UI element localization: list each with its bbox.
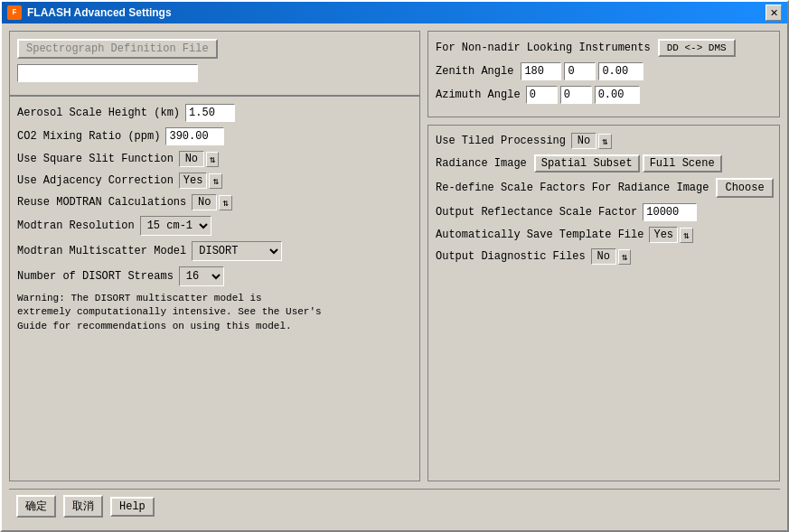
reuse-toggle[interactable]: No bbox=[192, 194, 217, 210]
auto-save-label: Automatically Save Template File bbox=[436, 229, 643, 241]
reuse-label: Reuse MODTRAN Calculations bbox=[17, 196, 186, 209]
zenith-m-input[interactable] bbox=[564, 62, 596, 80]
tiled-toggle[interactable]: No bbox=[571, 133, 596, 149]
multiscatter-select[interactable]: DISORT Scaled DISORT ISAACS 2-stream Ani… bbox=[192, 241, 282, 261]
settings-section: Aerosol Scale Height (km) CO2 Mixing Rat… bbox=[9, 96, 420, 481]
disort-label: Number of DISORT Streams bbox=[17, 270, 174, 283]
azimuth-d-input[interactable] bbox=[526, 86, 558, 104]
azimuth-s-input[interactable] bbox=[595, 86, 640, 104]
ok-button[interactable]: 确定 bbox=[16, 495, 56, 518]
output-scale-input[interactable] bbox=[643, 203, 697, 221]
output-diag-toggle[interactable]: No bbox=[591, 248, 616, 265]
non-nadir-label: For Non-nadir Looking Instruments bbox=[436, 42, 651, 54]
modtran-res-select[interactable]: 15 cm-1 5 cm-1 1 cm-1 bbox=[140, 216, 211, 236]
spectrograph-input[interactable] bbox=[17, 64, 198, 82]
main-window: F FLAASH Advanced Settings ✕ Spectrograp… bbox=[0, 0, 789, 532]
cancel-button[interactable]: 取消 bbox=[63, 495, 103, 518]
tiled-arrows[interactable]: ⇅ bbox=[598, 134, 612, 149]
bottom-bar: 确定 取消 Help bbox=[9, 489, 780, 523]
aerosol-row: Aerosol Scale Height (km) bbox=[17, 104, 412, 122]
spectrograph-row: Spectrograph Definition File bbox=[17, 39, 412, 59]
output-scale-row: Output Reflectance Scale Factor bbox=[436, 203, 772, 221]
spectrograph-section: Spectrograph Definition File bbox=[9, 31, 420, 96]
disort-select[interactable]: 2 4 8 16 bbox=[179, 266, 224, 286]
square-slit-arrows[interactable]: ⇅ bbox=[206, 152, 220, 167]
app-icon: F bbox=[7, 5, 22, 20]
output-diag-arrows[interactable]: ⇅ bbox=[618, 249, 632, 265]
square-slit-toggle[interactable]: No bbox=[179, 151, 204, 167]
output-diag-row: Output Diagnostic Files No ⇅ bbox=[436, 248, 772, 265]
window-content: Spectrograph Definition File Aerosol Sca… bbox=[2, 23, 787, 530]
azimuth-row: Azimuth Angle bbox=[436, 86, 772, 104]
help-button[interactable]: Help bbox=[110, 497, 155, 517]
auto-save-toggle[interactable]: Yes bbox=[649, 227, 678, 243]
auto-save-arrows[interactable]: ⇅ bbox=[680, 228, 693, 243]
spectrograph-input-row bbox=[17, 64, 412, 82]
auto-save-row: Automatically Save Template File Yes ⇅ bbox=[436, 227, 772, 243]
adjacency-toggle[interactable]: Yes bbox=[179, 173, 208, 189]
zenith-s-input[interactable] bbox=[598, 62, 643, 80]
close-button[interactable]: ✕ bbox=[766, 5, 782, 21]
modtran-res-label: Modtran Resolution bbox=[17, 219, 135, 232]
square-slit-label: Use Square Slit Function bbox=[17, 153, 174, 165]
multiscatter-label: Modtran Multiscatter Model bbox=[17, 245, 186, 257]
aerosol-input[interactable] bbox=[185, 104, 235, 122]
adjacency-label: Use Adjacency Correction bbox=[17, 174, 174, 187]
main-panels: Spectrograph Definition File Aerosol Sca… bbox=[9, 31, 780, 481]
top-right-panel: For Non-nadir Looking Instruments DD <->… bbox=[427, 31, 780, 117]
co2-row: CO2 Mixing Ratio (ppm) bbox=[17, 127, 412, 145]
warning-text: Warning: The DISORT multiscatter model i… bbox=[17, 292, 412, 333]
radiance-row: Radiance Image Spatial Subset Full Scene bbox=[436, 154, 772, 173]
spatial-subset-button[interactable]: Spatial Subset bbox=[534, 154, 640, 173]
reuse-arrows[interactable]: ⇅ bbox=[219, 195, 232, 210]
tiled-row: Use Tiled Processing No ⇅ bbox=[436, 133, 772, 149]
left-panel: Spectrograph Definition File Aerosol Sca… bbox=[9, 31, 420, 481]
output-diag-label: Output Diagnostic Files bbox=[436, 250, 586, 263]
multiscatter-row: Modtran Multiscatter Model DISORT Scaled… bbox=[17, 241, 412, 261]
square-slit-row: Use Square Slit Function No ⇅ bbox=[17, 151, 412, 167]
output-scale-label: Output Reflectance Scale Factor bbox=[436, 206, 637, 219]
reuse-row: Reuse MODTRAN Calculations No ⇅ bbox=[17, 194, 412, 210]
title-bar: F FLAASH Advanced Settings ✕ bbox=[2, 2, 787, 23]
zenith-label: Zenith Angle bbox=[436, 65, 513, 78]
modtran-res-row: Modtran Resolution 15 cm-1 5 cm-1 1 cm-1 bbox=[17, 216, 412, 236]
redefine-label: Re-define Scale Factors For Radiance Ima… bbox=[436, 182, 709, 194]
disort-row: Number of DISORT Streams 2 4 8 16 bbox=[17, 266, 412, 286]
zenith-row: Zenith Angle bbox=[436, 62, 772, 80]
window-title: FLAASH Advanced Settings bbox=[27, 6, 172, 19]
dd-dms-button[interactable]: DD <-> DMS bbox=[658, 39, 736, 57]
tiled-label: Use Tiled Processing bbox=[436, 135, 566, 147]
azimuth-label: Azimuth Angle bbox=[436, 89, 521, 101]
full-scene-button[interactable]: Full Scene bbox=[643, 154, 722, 173]
right-panel: For Non-nadir Looking Instruments DD <->… bbox=[427, 31, 780, 481]
radiance-label: Radiance Image bbox=[436, 157, 527, 170]
redefine-row: Re-define Scale Factors For Radiance Ima… bbox=[436, 178, 772, 198]
aerosol-label: Aerosol Scale Height (km) bbox=[17, 107, 180, 119]
zenith-d-input[interactable] bbox=[521, 62, 561, 80]
choose-button[interactable]: Choose bbox=[716, 178, 773, 198]
title-bar-left: F FLAASH Advanced Settings bbox=[7, 5, 172, 20]
spectrograph-button[interactable]: Spectrograph Definition File bbox=[17, 39, 218, 59]
non-nadir-row: For Non-nadir Looking Instruments DD <->… bbox=[436, 39, 772, 57]
adjacency-row: Use Adjacency Correction Yes ⇅ bbox=[17, 173, 412, 189]
azimuth-m-input[interactable] bbox=[560, 86, 592, 104]
adjacency-arrows[interactable]: ⇅ bbox=[209, 173, 222, 189]
co2-label: CO2 Mixing Ratio (ppm) bbox=[17, 130, 160, 143]
co2-input[interactable] bbox=[165, 127, 224, 145]
bottom-right-panel: Use Tiled Processing No ⇅ Radiance Image… bbox=[427, 125, 780, 481]
